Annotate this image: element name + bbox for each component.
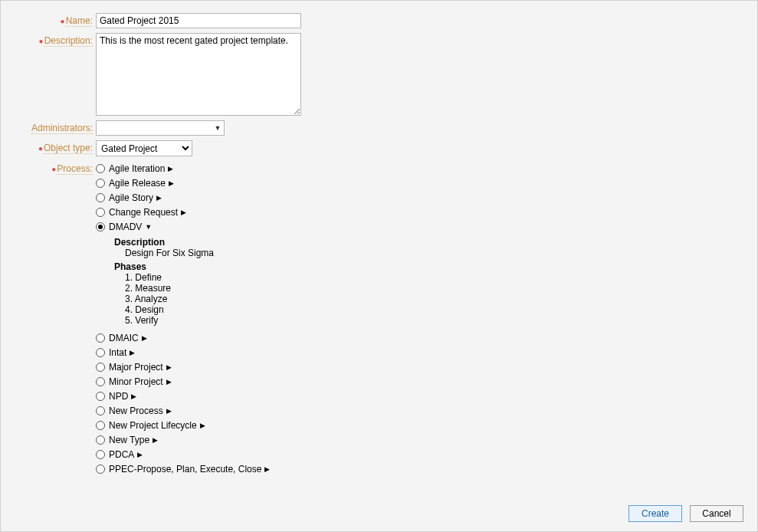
process-item: New Type▶	[96, 432, 270, 447]
row-object-type: ●Object type: Gated Project	[13, 140, 745, 156]
process-label[interactable]: Change Request	[109, 207, 178, 218]
phase-item: 3. Analyze	[125, 294, 270, 304]
process-list: Agile Iteration▶Agile Release▶Agile Stor…	[96, 161, 270, 476]
label-cell-administrators: Administrators:	[13, 120, 96, 133]
description-heading: Description	[114, 237, 270, 248]
administrators-combo[interactable]: ▼	[96, 120, 225, 136]
create-button[interactable]: Create	[628, 505, 682, 522]
description-textarea[interactable]	[96, 33, 301, 116]
name-input[interactable]	[96, 13, 301, 28]
process-item: Agile Iteration▶	[96, 161, 270, 176]
process-label[interactable]: PPEC-Propose, Plan, Execute, Close	[109, 464, 261, 475]
process-radio[interactable]	[96, 392, 105, 401]
process-label[interactable]: Intat	[109, 347, 126, 358]
triangle-right-icon[interactable]: ▶	[130, 349, 135, 356]
process-label[interactable]: Major Project	[109, 362, 163, 373]
process-item: Agile Story▶	[96, 190, 270, 205]
process-radio[interactable]	[96, 222, 105, 232]
phase-item: 4. Design	[125, 304, 270, 315]
process-radio[interactable]	[96, 164, 105, 173]
process-radio[interactable]	[96, 348, 105, 357]
dialog-panel: ●Name: ●Description: Administrators: ▼ ●…	[0, 0, 758, 532]
triangle-right-icon[interactable]: ▶	[166, 378, 172, 386]
row-description: ●Description:	[13, 33, 745, 116]
process-item: PDCA▶	[96, 447, 270, 461]
triangle-right-icon[interactable]: ▶	[153, 436, 158, 444]
process-radio[interactable]	[96, 363, 105, 372]
process-radio[interactable]	[96, 377, 105, 386]
required-dot-icon: ●	[39, 37, 44, 45]
triangle-right-icon[interactable]: ▶	[168, 165, 173, 172]
triangle-right-icon[interactable]: ▶	[181, 209, 186, 216]
process-radio[interactable]	[96, 333, 105, 343]
process-label[interactable]: Agile Release	[109, 178, 166, 189]
row-name: ●Name:	[13, 13, 745, 28]
process-label[interactable]: New Type	[109, 435, 149, 445]
process-label[interactable]: Agile Iteration	[109, 163, 165, 174]
process-radio[interactable]	[96, 406, 105, 415]
triangle-right-icon[interactable]: ▶	[169, 179, 174, 187]
triangle-right-icon[interactable]: ▶	[200, 422, 205, 429]
process-radio[interactable]	[96, 421, 105, 430]
required-dot-icon: ●	[38, 144, 43, 153]
process-item: PPEC-Propose, Plan, Execute, Close▶	[96, 461, 270, 476]
required-dot-icon: ●	[61, 17, 65, 25]
label-description: Description:	[44, 35, 93, 47]
triangle-right-icon[interactable]: ▶	[166, 363, 172, 371]
process-item: Major Project▶	[96, 360, 270, 374]
process-details: DescriptionDesign For Six SigmaPhases1. …	[114, 237, 270, 326]
row-process: ●Process: Agile Iteration▶Agile Release▶…	[13, 161, 745, 476]
phase-list: 1. Define2. Measure3. Analyze4. Design5.…	[125, 272, 270, 326]
process-label[interactable]: Minor Project	[109, 376, 163, 387]
triangle-right-icon[interactable]: ▶	[156, 194, 162, 202]
process-label[interactable]: DMAIC	[109, 333, 139, 343]
phases-heading: Phases	[114, 261, 270, 272]
process-item: Intat▶	[96, 345, 270, 360]
button-bar: Create Cancel	[628, 505, 743, 522]
triangle-right-icon[interactable]: ▶	[137, 451, 143, 458]
label-cell-description: ●Description:	[13, 33, 96, 46]
triangle-right-icon[interactable]: ▶	[131, 392, 136, 400]
label-cell-object-type: ●Object type:	[13, 140, 96, 153]
process-item: NPD▶	[96, 389, 270, 403]
process-label[interactable]: Agile Story	[109, 192, 153, 203]
phase-item: 5. Verify	[125, 315, 270, 326]
process-radio[interactable]	[96, 450, 105, 459]
process-label[interactable]: New Project Lifecycle	[109, 420, 197, 431]
label-object-type: Object type:	[44, 143, 93, 154]
description-text: Design For Six Sigma	[125, 248, 270, 258]
phase-item: 1. Define	[125, 272, 270, 283]
label-process: Process:	[57, 163, 93, 175]
required-dot-icon: ●	[51, 165, 56, 173]
process-label[interactable]: NPD	[109, 391, 128, 402]
process-label[interactable]: New Process	[109, 406, 163, 416]
process-item: DMAIC▶	[96, 330, 270, 345]
triangle-right-icon[interactable]: ▶	[142, 334, 147, 342]
process-item: New Project Lifecycle▶	[96, 418, 270, 432]
process-radio[interactable]	[96, 193, 105, 202]
process-item: Agile Release▶	[96, 176, 270, 190]
process-item: DMADV▼	[96, 219, 270, 234]
triangle-down-icon[interactable]: ▼	[145, 223, 152, 231]
process-radio[interactable]	[96, 208, 105, 217]
triangle-right-icon[interactable]: ▶	[166, 407, 172, 415]
process-label[interactable]: PDCA	[109, 449, 134, 460]
process-label[interactable]: DMADV	[109, 222, 142, 232]
triangle-right-icon[interactable]: ▶	[264, 465, 270, 473]
process-radio[interactable]	[96, 465, 105, 474]
process-item: Minor Project▶	[96, 374, 270, 389]
phase-item: 2. Measure	[125, 283, 270, 294]
label-administrators: Administrators:	[31, 123, 93, 134]
label-cell-name: ●Name:	[13, 13, 96, 26]
process-radio[interactable]	[96, 435, 105, 445]
process-radio[interactable]	[96, 179, 105, 188]
label-cell-process: ●Process:	[13, 161, 96, 174]
row-administrators: Administrators: ▼	[13, 120, 745, 136]
label-name: Name:	[66, 15, 93, 27]
process-item: New Process▶	[96, 403, 270, 418]
process-item: Change Request▶	[96, 205, 270, 219]
chevron-down-icon: ▼	[212, 124, 224, 132]
object-type-select[interactable]: Gated Project	[96, 140, 192, 156]
cancel-button[interactable]: Cancel	[690, 505, 743, 522]
